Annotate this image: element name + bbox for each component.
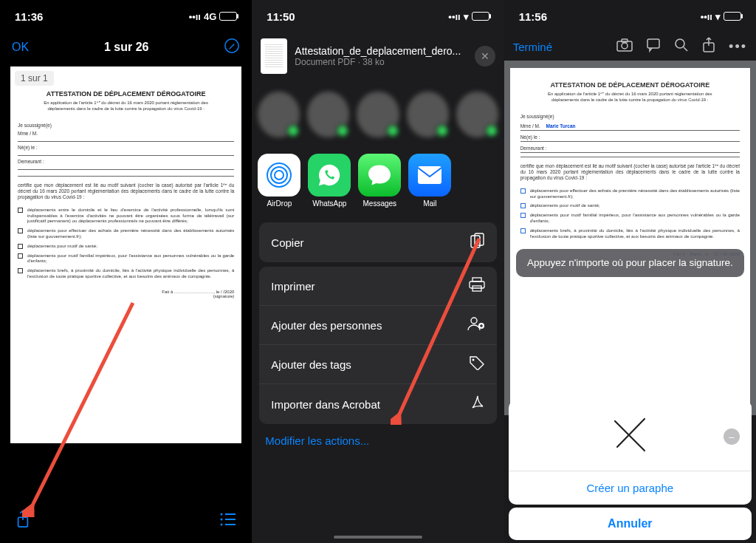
battery-icon bbox=[472, 12, 489, 21]
checkbox-row[interactable]: déplacements brefs, à proximité du domic… bbox=[520, 228, 740, 239]
wifi-icon: ▾ bbox=[715, 11, 721, 22]
field-sign: Je soussigné(e) bbox=[520, 114, 740, 119]
field-name: Mme / M. bbox=[18, 131, 234, 136]
cancel-button[interactable]: Annuler bbox=[509, 508, 752, 540]
airdrop-icon bbox=[258, 154, 300, 197]
tag-icon bbox=[469, 355, 485, 373]
checkbox-row[interactable]: déplacements pour motif de santé; bbox=[520, 202, 740, 208]
nav-bar: Terminé ••• bbox=[504, 33, 756, 61]
signature-hint-toast: Appuyez n'importe où pour placer la sign… bbox=[516, 249, 744, 277]
app-messages[interactable]: Messages bbox=[358, 154, 401, 208]
doc-certify: certifie que mon déplacement est lié au … bbox=[18, 182, 234, 201]
checkbox-row[interactable]: déplacements pour motif familial impérie… bbox=[520, 212, 740, 224]
signal-icon: ••ıı bbox=[448, 11, 460, 22]
svg-point-2 bbox=[221, 513, 223, 516]
status-time: 11:36 bbox=[15, 10, 43, 23]
svg-rect-5 bbox=[225, 519, 236, 520]
action-import-acrobat[interactable]: Importer dans Acrobat bbox=[259, 384, 496, 424]
bottom-toolbar bbox=[0, 499, 252, 543]
svg-rect-15 bbox=[472, 278, 481, 281]
home-indicator[interactable] bbox=[334, 536, 422, 539]
document-page[interactable]: 1 sur 1 ATTESTATION DE DÉPLACEMENT DÉROG… bbox=[10, 66, 241, 443]
svg-point-20 bbox=[472, 359, 474, 361]
comment-icon[interactable] bbox=[646, 38, 661, 55]
whatsapp-icon bbox=[308, 154, 351, 197]
svg-rect-25 bbox=[647, 39, 659, 48]
field-addr: Demeurant : bbox=[520, 146, 740, 151]
action-copy[interactable]: Copier bbox=[259, 222, 496, 262]
svg-point-26 bbox=[676, 39, 684, 48]
app-mail[interactable]: Mail bbox=[408, 154, 451, 208]
action-group: Imprimer Ajouter des personnes Ajouter d… bbox=[259, 267, 496, 424]
camera-icon[interactable] bbox=[616, 38, 633, 55]
contact-avatar[interactable] bbox=[357, 92, 399, 137]
network-label: 4G bbox=[204, 11, 216, 22]
field-name: Mme / M. bbox=[520, 123, 540, 129]
action-add-tags[interactable]: Ajouter des tags bbox=[259, 345, 496, 384]
create-paraph-button[interactable]: Créer un paraphe bbox=[509, 471, 752, 505]
svg-rect-3 bbox=[225, 513, 236, 515]
signature-preview[interactable]: – bbox=[509, 400, 752, 471]
acrobat-icon bbox=[470, 395, 485, 414]
share-icon[interactable] bbox=[15, 509, 31, 533]
airdrop-contacts-row bbox=[252, 80, 504, 149]
checkbox-icon bbox=[520, 213, 526, 218]
apps-row: AirDrop WhatsApp Messages Mail bbox=[252, 149, 504, 218]
delete-signature-icon[interactable]: – bbox=[724, 428, 740, 445]
checkbox-row: déplacements pour effectuer des achats d… bbox=[18, 228, 234, 239]
contact-avatar[interactable] bbox=[258, 92, 300, 137]
document-viewport[interactable]: ATTESTATION DE DÉPLACEMENT DÉROGATOIRE E… bbox=[504, 61, 756, 415]
checkbox-icon bbox=[18, 208, 23, 213]
svg-point-9 bbox=[275, 171, 284, 180]
app-whatsapp[interactable]: WhatsApp bbox=[308, 154, 351, 208]
checkbox-icon bbox=[18, 253, 23, 259]
search-icon[interactable] bbox=[674, 38, 689, 55]
nav-bar: OK 1 sur 26 bbox=[0, 33, 252, 62]
action-add-people[interactable]: Ajouter des personnes bbox=[259, 306, 496, 345]
field-born: Né(e) le : bbox=[18, 145, 234, 150]
svg-point-10 bbox=[271, 167, 287, 183]
share-header: Attestation_de_deplacement_dero... Docum… bbox=[252, 33, 504, 80]
checkbox-row[interactable]: déplacements pour effectuer des achats d… bbox=[520, 188, 740, 199]
svg-point-18 bbox=[471, 318, 477, 324]
status-right: ••ıı ▾ bbox=[448, 11, 489, 22]
svg-line-27 bbox=[684, 47, 687, 51]
app-airdrop[interactable]: AirDrop bbox=[258, 154, 300, 208]
doc-subtitle: En application de l'article 1ᵉʳ du décre… bbox=[520, 92, 740, 111]
checkbox-icon bbox=[18, 244, 23, 249]
document-page[interactable]: ATTESTATION DE DÉPLACEMENT DÉROGATOIRE E… bbox=[510, 68, 750, 408]
modify-actions-link[interactable]: Modifier les actions... bbox=[252, 424, 504, 457]
close-icon[interactable]: ✕ bbox=[475, 46, 495, 66]
checkbox-row: déplacements pour motif familial impérie… bbox=[18, 253, 234, 264]
contact-avatar[interactable] bbox=[407, 92, 449, 137]
status-time: 11:56 bbox=[519, 10, 547, 23]
status-bar: 11:50 ••ıı ▾ bbox=[252, 0, 504, 33]
svg-point-6 bbox=[221, 524, 223, 526]
svg-rect-7 bbox=[225, 524, 236, 525]
share-icon[interactable] bbox=[702, 37, 715, 56]
checkbox-icon bbox=[18, 268, 23, 273]
file-name: Attestation_de_deplacement_dero... bbox=[295, 45, 467, 57]
printer-icon bbox=[469, 277, 485, 295]
page-counter: 1 sur 26 bbox=[104, 41, 148, 54]
add-people-icon bbox=[467, 316, 485, 334]
signature-mark bbox=[604, 410, 656, 462]
checkbox-icon bbox=[520, 228, 526, 233]
filled-name[interactable]: Marie Turcan bbox=[542, 123, 576, 129]
doc-title: ATTESTATION DE DÉPLACEMENT DÉROGATOIRE bbox=[520, 81, 740, 89]
checkbox-icon bbox=[520, 188, 526, 194]
status-bar: 11:36 ••ıı 4G bbox=[0, 0, 252, 33]
action-print[interactable]: Imprimer bbox=[259, 267, 496, 306]
list-icon[interactable] bbox=[219, 512, 237, 530]
field-addr: Demeurant : bbox=[18, 159, 234, 164]
ok-button[interactable]: OK bbox=[12, 41, 29, 54]
contact-avatar[interactable] bbox=[307, 92, 349, 137]
signal-icon: ••ıı bbox=[701, 11, 712, 22]
more-icon[interactable]: ••• bbox=[729, 39, 747, 55]
done-button[interactable]: Terminé bbox=[513, 41, 552, 53]
status-time: 11:50 bbox=[267, 10, 295, 23]
status-right: ••ıı 4G bbox=[189, 11, 238, 22]
markup-icon[interactable] bbox=[224, 38, 240, 57]
wifi-icon: ▾ bbox=[464, 11, 469, 22]
contact-avatar[interactable] bbox=[456, 92, 498, 137]
